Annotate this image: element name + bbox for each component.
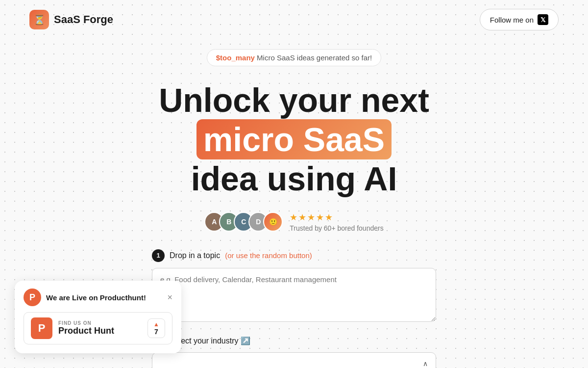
- logo-text: SaaS Forge: [54, 13, 113, 26]
- ph-vote[interactable]: ▲ 7: [147, 318, 165, 338]
- ph-badge-text: FIND US ON Product Hunt: [58, 320, 114, 336]
- ph-badge-icon: P: [31, 317, 52, 339]
- step1-label: 1 Drop in a topic (or use the random but…: [152, 249, 436, 262]
- step2-label: 2 Select your industry ↗️: [152, 335, 436, 347]
- form-area: 1 Drop in a topic (or use the random but…: [152, 249, 436, 368]
- step2-text: Select your industry ↗️: [170, 336, 250, 345]
- step1-number: 1: [152, 249, 165, 262]
- industry-select[interactable]: ∧: [152, 352, 436, 368]
- topic-input[interactable]: [152, 268, 436, 322]
- counter-badge: $too_many Micro SaaS ideas generated so …: [207, 49, 382, 66]
- popup-title: We are Live on Producthunt!: [46, 293, 146, 302]
- trust-label: Trusted by 60+ bored founders: [290, 224, 383, 232]
- trust-area: A B C D 🙂 ★★★★★ Trusted by 60+ bored fou…: [204, 212, 383, 232]
- ph-find-us-label: FIND US ON: [58, 320, 114, 326]
- step1-optional: (or use the random button): [225, 251, 312, 260]
- hero-line1-before: Unlock your next: [159, 81, 429, 119]
- hero-line2: idea using AI: [191, 160, 397, 197]
- stars: ★★★★★: [290, 212, 383, 223]
- trust-text: ★★★★★ Trusted by 60+ bored founders: [290, 212, 383, 232]
- ph-badge[interactable]: P FIND US ON Product Hunt ▲ 7: [24, 312, 172, 344]
- chevron-up-icon: ∧: [423, 360, 428, 368]
- ph-vote-arrow: ▲: [153, 321, 159, 328]
- popup-close-button[interactable]: ×: [167, 293, 172, 302]
- popup-header-left: P We are Live on Producthunt!: [24, 289, 146, 306]
- follow-label: Follow me on: [490, 16, 534, 24]
- logo-icon: ⏳: [29, 10, 49, 29]
- follow-button[interactable]: Follow me on 𝕏: [480, 9, 559, 30]
- header: ⏳ SaaS Forge Follow me on 𝕏: [0, 0, 588, 39]
- ph-icon: P: [24, 289, 41, 306]
- step1-text: Drop in a topic: [170, 251, 220, 260]
- avatars: A B C D 🙂: [204, 212, 283, 232]
- ph-product-hunt-label: Product Hunt: [58, 326, 114, 336]
- x-icon: 𝕏: [538, 14, 548, 25]
- avatar-5: 🙂: [263, 212, 283, 232]
- hero-highlight: micro SaaS: [196, 119, 392, 159]
- hero-title: Unlock your next micro SaaS idea using A…: [74, 81, 514, 198]
- counter-suffix: Micro SaaS ideas generated so far!: [257, 53, 372, 62]
- counter-highlight: $too_many: [216, 53, 255, 62]
- ph-vote-count: 7: [154, 328, 158, 336]
- producthunt-popup: P We are Live on Producthunt! × P FIND U…: [15, 281, 181, 353]
- popup-header: P We are Live on Producthunt! ×: [24, 289, 172, 306]
- logo-area: ⏳ SaaS Forge: [29, 10, 113, 29]
